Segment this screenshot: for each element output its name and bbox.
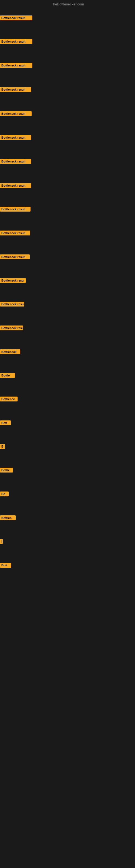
bottleneck-result-badge: Bottleneck [0, 349, 20, 354]
bottleneck-result-badge: Bottleneck result [0, 183, 31, 188]
bottleneck-result-badge: Bottleneck result [0, 254, 30, 259]
bottleneck-result-badge: Bottle [0, 373, 15, 378]
bottleneck-result-badge: Bo [0, 492, 9, 496]
bottleneck-result-badge: Bottleneck resu [0, 326, 23, 330]
bottleneck-result-badge: Bottleneck resu [0, 278, 26, 283]
bottleneck-result-badge: Bottleneck result [0, 111, 32, 116]
bottleneck-result-badge: Bottleneck result [0, 207, 31, 212]
bottleneck-result-badge: Bottle [0, 468, 13, 472]
bottleneck-result-badge: Bott [0, 421, 11, 425]
bottleneck-result-badge: Bott [0, 563, 11, 568]
bottleneck-result-badge: | [0, 539, 3, 544]
bottleneck-result-badge: Bottleneck result [0, 16, 32, 20]
bottleneck-result-badge: Bottleneck result [0, 159, 31, 164]
bottleneck-result-badge: Bottleneck resu [0, 302, 24, 307]
bottleneck-result-badge: Bottlenec [0, 397, 17, 401]
bottleneck-result-badge: Bottlen [0, 516, 16, 520]
bottleneck-result-badge: Bottleneck result [0, 63, 32, 68]
bottleneck-result-badge: Bottleneck result [0, 39, 32, 44]
bottleneck-result-badge: Bottleneck result [0, 87, 31, 92]
bottleneck-result-badge: Bottleneck result [0, 135, 31, 140]
bottleneck-result-badge: B [0, 444, 5, 449]
site-title: TheBottlenecker.com [51, 2, 84, 6]
bottleneck-result-badge: Bottleneck result [0, 230, 30, 236]
